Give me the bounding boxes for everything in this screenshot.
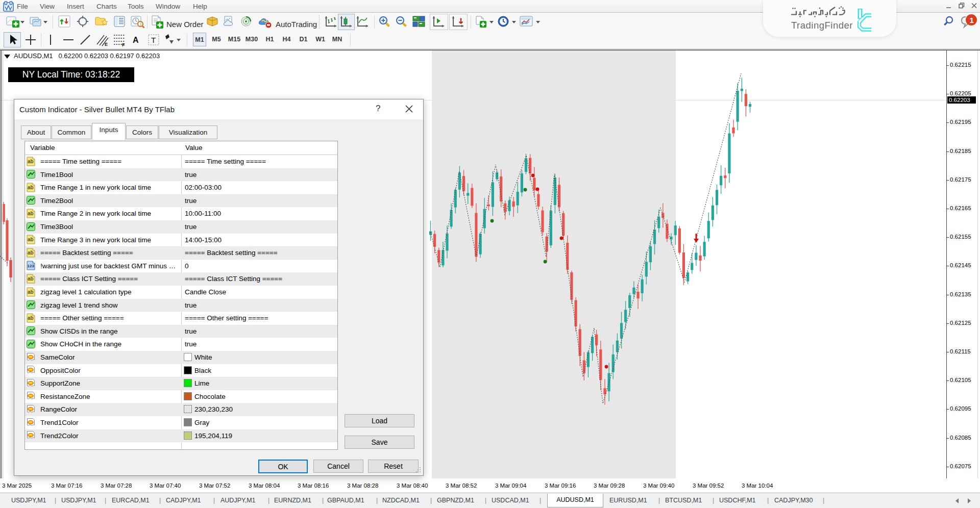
svg-text:ab: ab bbox=[28, 211, 34, 216]
svg-text:ab: ab bbox=[28, 315, 34, 321]
svg-text:E: E bbox=[105, 42, 108, 46]
svg-text:1: 1 bbox=[970, 16, 974, 24]
svg-text:123: 123 bbox=[28, 264, 35, 268]
svg-text:ab: ab bbox=[28, 276, 34, 282]
svg-text:T: T bbox=[151, 36, 156, 44]
svg-text:ab: ab bbox=[28, 159, 34, 164]
svg-text:ab: ab bbox=[28, 237, 34, 242]
svg-text:ab: ab bbox=[28, 250, 34, 256]
svg-text:ab: ab bbox=[28, 289, 34, 295]
svg-text:ab: ab bbox=[28, 185, 34, 190]
svg-text:F: F bbox=[122, 42, 125, 46]
